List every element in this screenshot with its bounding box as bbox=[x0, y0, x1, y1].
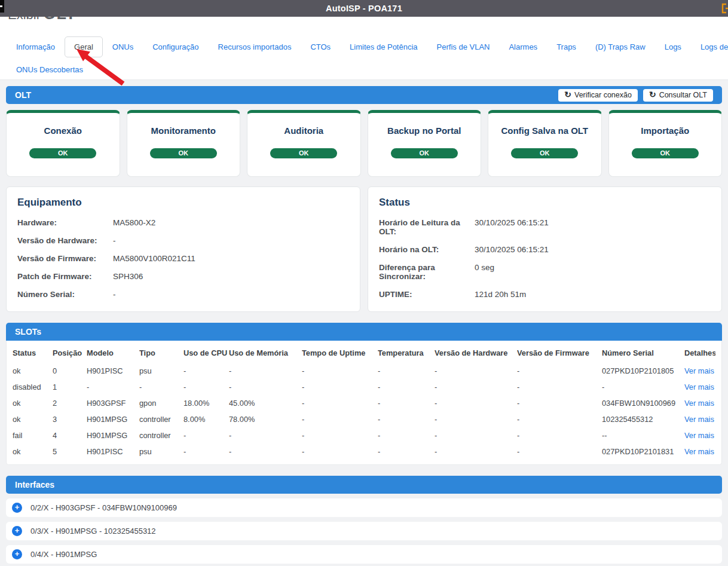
cell-posicao: 4 bbox=[53, 427, 87, 443]
cell-numero-serial: - bbox=[602, 379, 684, 395]
ver-mais-link[interactable]: Ver mais bbox=[684, 431, 714, 440]
expand-plus-icon[interactable]: + bbox=[12, 549, 22, 559]
interface-row[interactable]: + 0/3/X - H901MPSG - 102325455312 bbox=[6, 522, 722, 540]
tab-item[interactable]: (D) Traps Raw bbox=[586, 36, 655, 57]
cell-detalhes: Ver mais bbox=[684, 411, 715, 427]
cell-versao-hardware: - bbox=[435, 443, 517, 460]
status-badge: OK bbox=[29, 148, 96, 158]
slots-column-header: Posição bbox=[53, 342, 87, 363]
cell-tipo: controller bbox=[139, 411, 183, 427]
tab-item[interactable]: Perfis de VLAN bbox=[427, 36, 500, 57]
slots-column-header: Detalhes bbox=[684, 342, 715, 363]
cell-tipo: psu bbox=[139, 363, 183, 379]
status-card-title: Auditoria bbox=[247, 126, 360, 136]
slots-panel-title: SLOTs bbox=[15, 327, 41, 336]
status-badge: OK bbox=[391, 148, 458, 158]
interface-row[interactable]: + 0/4/X - H901MPSG bbox=[6, 545, 722, 564]
slots-column-header: Tempo de Uptime bbox=[302, 342, 378, 363]
ver-mais-link[interactable]: Ver mais bbox=[684, 447, 714, 456]
tab-item[interactable]: Alarmes bbox=[499, 36, 547, 57]
cell-detalhes: Ver mais bbox=[684, 379, 715, 395]
cell-numero-serial: 034FBW10N9100969 bbox=[602, 395, 684, 411]
status-panel-title: Status bbox=[379, 197, 711, 209]
cell-temperatura: - bbox=[378, 411, 435, 427]
tab-item[interactable]: Configuração bbox=[143, 36, 208, 57]
field-value: - bbox=[113, 290, 116, 299]
cell-uptime: - bbox=[302, 379, 378, 395]
cell-status: ok bbox=[13, 411, 53, 427]
field-label: Horário de Leitura da OLT: bbox=[379, 218, 475, 236]
cell-detalhes: Ver mais bbox=[684, 443, 715, 460]
field-label: Versão de Firmware: bbox=[17, 254, 113, 263]
ver-mais-link[interactable]: Ver mais bbox=[684, 415, 714, 424]
tab-item[interactable]: Recursos importados bbox=[209, 36, 301, 57]
slots-column-header: Uso de CPU bbox=[183, 342, 229, 363]
tab-item[interactable]: Limites de Potência bbox=[340, 36, 427, 57]
tab-item[interactable]: Informação bbox=[7, 36, 65, 57]
cell-versao-hardware: - bbox=[435, 411, 517, 427]
field-value: MA5800V100R021C11 bbox=[113, 254, 195, 263]
field-label: Hardware: bbox=[17, 218, 113, 227]
cell-posicao: 3 bbox=[53, 411, 87, 427]
logout-icon[interactable] bbox=[721, 3, 728, 14]
cell-memoria: 45.00% bbox=[229, 395, 302, 411]
cell-temperatura: - bbox=[378, 443, 435, 460]
tab-item[interactable]: Traps bbox=[547, 36, 586, 57]
field-row: Número Serial: - bbox=[17, 290, 349, 299]
cell-cpu: - bbox=[183, 379, 229, 395]
status-card: Auditoria OK bbox=[247, 110, 361, 177]
slots-column-header: Versão de Hardware bbox=[435, 342, 517, 363]
interfaces-panel-title: Interfaces bbox=[15, 480, 54, 489]
cell-versao-firmware: - bbox=[517, 379, 602, 395]
status-badge: OK bbox=[511, 148, 578, 158]
cell-temperatura: - bbox=[378, 427, 435, 443]
tab-item[interactable]: Logs bbox=[655, 36, 691, 57]
cell-memoria: 78.00% bbox=[229, 411, 302, 427]
field-row: Diferença para Sincronizar: 0 seg bbox=[379, 263, 711, 281]
cell-posicao: 0 bbox=[53, 363, 87, 379]
olt-action-button[interactable]: ↻ Consultar OLT bbox=[643, 89, 713, 102]
status-panel: Status Horário de Leitura da OLT: 30/10/… bbox=[368, 186, 722, 312]
cell-status: disabled bbox=[13, 379, 53, 395]
cell-tipo: controller bbox=[139, 427, 183, 443]
cell-versao-firmware: - bbox=[517, 411, 602, 427]
field-row: Versão de Firmware: MA5800V100R021C11 bbox=[17, 254, 349, 263]
field-label: Número Serial: bbox=[17, 290, 113, 299]
cell-cpu: 8.00% bbox=[183, 411, 229, 427]
app-titlebar: AutoISP - POA171 bbox=[0, 0, 728, 17]
olt-action-button[interactable]: ↻ Verificar conexão bbox=[558, 89, 638, 102]
status-card: Conexão OK bbox=[6, 110, 120, 177]
slots-panel-header: SLOTs bbox=[6, 323, 722, 341]
olt-panel-header: OLT ↻ Verificar conexão ↻ Consultar OLT bbox=[6, 86, 722, 104]
cell-modelo: H903GPSF bbox=[87, 395, 139, 411]
field-row: Patch de Firmware: SPH306 bbox=[17, 272, 349, 281]
status-card-title: Importação bbox=[609, 126, 722, 136]
tab-item[interactable]: CTOs bbox=[301, 36, 340, 57]
cell-numero-serial: 027PKD10P2101831 bbox=[602, 443, 684, 460]
info-panels: Equipamento Hardware: MA5800-X2 Versão d… bbox=[6, 186, 722, 312]
interface-label: 0/3/X - H901MPSG - 102325455312 bbox=[30, 527, 156, 536]
slots-header-row: StatusPosiçãoModeloTipoUso de CPUUso de … bbox=[13, 342, 715, 363]
ver-mais-link[interactable]: Ver mais bbox=[684, 366, 714, 375]
field-label: Diferença para Sincronizar: bbox=[379, 263, 475, 281]
ver-mais-link[interactable]: Ver mais bbox=[684, 383, 714, 391]
annotation-arrow-icon bbox=[73, 47, 130, 88]
expand-plus-icon[interactable]: + bbox=[12, 526, 22, 536]
expand-plus-icon[interactable]: + bbox=[12, 503, 22, 513]
ver-mais-link[interactable]: Ver mais bbox=[684, 399, 714, 408]
status-card-title: Conexão bbox=[7, 126, 120, 136]
interface-row[interactable]: + 0/2/X - H903GPSF - 034FBW10N9100969 bbox=[6, 498, 722, 517]
cell-cpu: - bbox=[183, 443, 229, 460]
table-row: fail 4 H901MPSG controller - - - - - - -… bbox=[13, 427, 715, 443]
table-row: ok 0 H901PISC psu - - - - - - 027PKD10P2… bbox=[13, 363, 715, 379]
cell-status: fail bbox=[13, 427, 53, 443]
status-card-title: Monitoramento bbox=[127, 126, 240, 136]
app-title: AutoISP - POA171 bbox=[326, 4, 402, 13]
interfaces-list: + 0/2/X - H903GPSF - 034FBW10N9100969 + … bbox=[6, 498, 722, 564]
cell-memoria: - bbox=[229, 379, 302, 395]
status-fields: Horário de Leitura da OLT: 30/10/2025 06… bbox=[379, 218, 711, 299]
cell-modelo: H901MPSG bbox=[87, 411, 139, 427]
status-badge: OK bbox=[150, 148, 217, 158]
tab-item[interactable]: Logs de Integração bbox=[691, 36, 728, 57]
slots-table: StatusPosiçãoModeloTipoUso de CPUUso de … bbox=[13, 342, 715, 460]
